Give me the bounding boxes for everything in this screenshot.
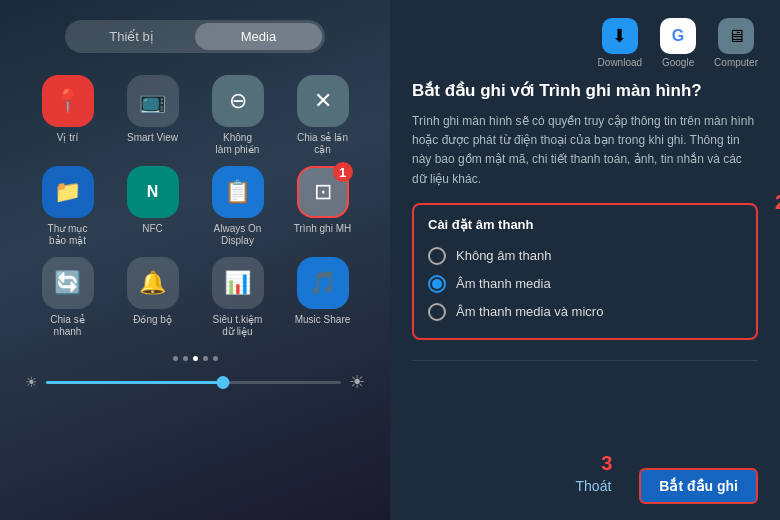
trinh-ghi-icon: ⊡ 1 [297, 166, 349, 218]
brightness-thumb [217, 376, 230, 389]
dong-bo-icon: 🔔 [127, 257, 179, 309]
download-icon: ⬇ [602, 18, 638, 54]
pagination-dots [173, 356, 218, 361]
nfc-label: NFC [142, 223, 163, 235]
dialog-description: Trình ghi màn hình sẽ có quyền truy cập … [412, 112, 758, 189]
brightness-track[interactable] [46, 381, 341, 384]
always-on-icon: 📋 [212, 166, 264, 218]
dot-4 [203, 356, 208, 361]
audio-settings-box: Cài đặt âm thanh Không âm thanh Âm thanh… [412, 203, 758, 340]
brightness-high-icon: ☀ [349, 371, 365, 393]
app-google[interactable]: G Google [660, 18, 696, 68]
tabs-bar[interactable]: Thiết bị Media [65, 20, 325, 53]
icon-dong-bo[interactable]: 🔔 Đồng bộ [113, 257, 193, 338]
icon-vi-tri[interactable]: 📍 Vị trí [28, 75, 108, 156]
brightness-low-icon: ☀ [25, 374, 38, 390]
dot-5 [213, 356, 218, 361]
sieu-tiet-kiem-icon: 📊 [212, 257, 264, 309]
google-label: Google [662, 57, 694, 68]
music-share-label: Music Share [295, 314, 351, 326]
icon-khong-lam-phien[interactable]: ⊖ Khônglàm phiền [198, 75, 278, 156]
chia-se-nhanh-icon: 🔄 [42, 257, 94, 309]
vi-tri-label: Vị trí [57, 132, 78, 144]
icon-smart-view[interactable]: 📺 Smart View [113, 75, 193, 156]
icon-chia-se-nhanh[interactable]: 🔄 Chia sẻnhanh [28, 257, 108, 338]
icon-sieu-tiet-kiem[interactable]: 📊 Siêu t.kiệmdữ liệu [198, 257, 278, 338]
top-apps-row: ⬇ Download G Google 🖥 Computer [412, 18, 758, 68]
step1-badge: 1 [333, 162, 353, 182]
smart-view-label: Smart View [127, 132, 178, 144]
icon-chia-se-lan-can[interactable]: ✕ Chia sẻ lầncận [283, 75, 363, 156]
computer-icon: 🖥 [718, 18, 754, 54]
radio-media-audio-label: Âm thanh media [456, 276, 551, 291]
icon-music-share[interactable]: 🎵 Music Share [283, 257, 363, 338]
radio-no-audio-circle [428, 247, 446, 265]
icon-nfc[interactable]: N NFC [113, 166, 193, 247]
vi-tri-icon: 📍 [42, 75, 94, 127]
divider [412, 360, 758, 361]
tab-device[interactable]: Thiết bị [68, 23, 195, 50]
dot-2 [183, 356, 188, 361]
radio-no-audio-label: Không âm thanh [456, 248, 551, 263]
left-panel: Thiết bị Media 📍 Vị trí 📺 Smart View ⊖ K… [0, 0, 390, 520]
music-share-icon: 🎵 [297, 257, 349, 309]
tab-media[interactable]: Media [195, 23, 322, 50]
thu-muc-icon: 📁 [42, 166, 94, 218]
exit-button[interactable]: Thoát [562, 470, 626, 502]
khong-lam-phien-icon: ⊖ [212, 75, 264, 127]
step3-badge: 3 [601, 452, 612, 475]
app-download[interactable]: ⬇ Download [598, 18, 642, 68]
dialog-title: Bắt đầu ghi với Trình ghi màn hình? [412, 80, 758, 102]
chia-se-lan-can-label: Chia sẻ lầncận [297, 132, 348, 156]
icon-always-on[interactable]: 📋 Always OnDisplay [198, 166, 278, 247]
khong-lam-phien-label: Khônglàm phiền [216, 132, 260, 156]
start-recording-button[interactable]: 3 Bắt đầu ghi [639, 468, 758, 504]
radio-media-audio-circle [428, 275, 446, 293]
nfc-icon: N [127, 166, 179, 218]
dot-3 [193, 356, 198, 361]
download-label: Download [598, 57, 642, 68]
thu-muc-label: Thư mụcbảo mật [48, 223, 88, 247]
step2-badge: 2 [775, 191, 780, 214]
radio-media-micro-label: Âm thanh media và micro [456, 304, 603, 319]
radio-media-audio[interactable]: Âm thanh media [428, 270, 742, 298]
radio-media-micro-circle [428, 303, 446, 321]
trinh-ghi-label: Trình ghi MH [294, 223, 351, 235]
start-button-label: Bắt đầu ghi [659, 478, 738, 494]
app-computer[interactable]: 🖥 Computer [714, 18, 758, 68]
brightness-fill [46, 381, 223, 384]
sieu-tiet-kiem-label: Siêu t.kiệmdữ liệu [213, 314, 263, 338]
icon-thu-muc-bao-mat[interactable]: 📁 Thư mụcbảo mật [28, 166, 108, 247]
radio-no-audio[interactable]: Không âm thanh [428, 242, 742, 270]
google-icon: G [660, 18, 696, 54]
chia-se-nhanh-label: Chia sẻnhanh [50, 314, 84, 338]
smart-view-icon: 📺 [127, 75, 179, 127]
computer-label: Computer [714, 57, 758, 68]
radio-inner-dot [432, 279, 442, 289]
always-on-label: Always OnDisplay [214, 223, 262, 247]
dialog-actions: Thoát 3 Bắt đầu ghi [412, 462, 758, 504]
audio-box-title: Cài đặt âm thanh [428, 217, 742, 232]
brightness-bar: ☀ ☀ [25, 371, 365, 393]
icons-grid: 📍 Vị trí 📺 Smart View ⊖ Khônglàm phiền ✕… [28, 75, 363, 338]
right-panel: ⬇ Download G Google 🖥 Computer Bắt đầu g… [390, 0, 780, 520]
dong-bo-label: Đồng bộ [133, 314, 172, 326]
chia-se-lan-can-icon: ✕ [297, 75, 349, 127]
radio-media-micro[interactable]: Âm thanh media và micro [428, 298, 742, 326]
icon-trinh-ghi-mh[interactable]: ⊡ 1 Trình ghi MH [283, 166, 363, 247]
dot-1 [173, 356, 178, 361]
